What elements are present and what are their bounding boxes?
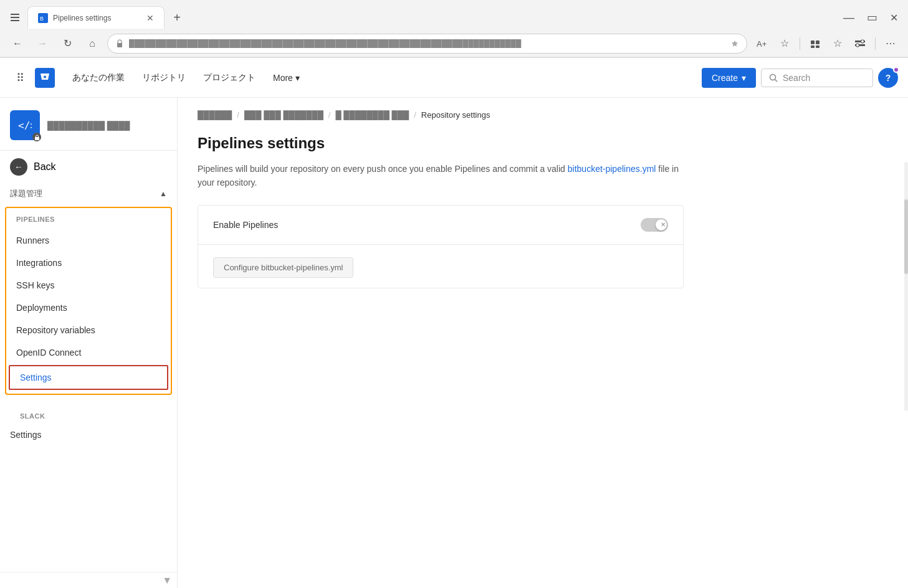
repositories-nav[interactable]: リポジトリ — [135, 67, 193, 88]
description-link[interactable]: bitbucket-pipelines.yml — [568, 164, 656, 174]
svg-rect-17 — [35, 137, 39, 140]
back-circle-icon: ← — [10, 158, 27, 176]
create-button[interactable]: Create ▾ — [702, 68, 756, 88]
deployments-label: Deployments — [16, 303, 67, 313]
svg-rect-2 — [11, 20, 19, 21]
sidebar-item-integrations[interactable]: Integrations — [6, 252, 171, 274]
svg-rect-7 — [816, 40, 820, 44]
create-chevron-icon: ▾ — [742, 73, 746, 83]
svg-line-15 — [775, 79, 778, 82]
sidebar-item-repo-variables[interactable]: Repository variables — [6, 319, 171, 341]
address-bar[interactable]: ████████████████████████████████████████… — [107, 34, 747, 54]
sidebar-item-settings[interactable]: Settings — [9, 365, 168, 390]
favorites-bar-icon[interactable]: ☆ — [828, 34, 848, 54]
enable-pipelines-toggle[interactable]: ✕ — [641, 218, 668, 232]
openid-label: OpenID Connect — [16, 348, 81, 358]
toggle-track[interactable]: ✕ — [641, 218, 668, 232]
grid-menu-icon[interactable]: ⠿ — [10, 68, 30, 88]
restore-button[interactable]: ▭ — [862, 8, 882, 27]
breadcrumb-part2: ███ ███ ███████ — [244, 110, 323, 120]
enable-pipelines-label: Enable Pipelines — [213, 220, 278, 230]
tab-title: Pipelines settings — [53, 14, 141, 22]
active-tab[interactable]: B Pipelines settings ✕ — [27, 6, 165, 29]
enable-pipelines-row: Enable Pipelines ✕ — [198, 206, 683, 245]
svg-point-12 — [861, 40, 864, 43]
breadcrumb-part1: ██████ — [198, 110, 232, 120]
close-browser-button[interactable]: ✕ — [885, 9, 903, 26]
sidebar-toggle[interactable] — [5, 7, 25, 27]
minimize-button[interactable]: — — [838, 9, 859, 27]
my-work-nav[interactable]: あなたの作業 — [65, 67, 132, 88]
sidebar-item-slack-settings[interactable]: Settings — [0, 424, 177, 446]
reload-button[interactable]: ↻ — [57, 34, 77, 54]
repo-icon: </> — [10, 110, 40, 140]
slack-section-label: SLACK — [10, 407, 55, 422]
search-box[interactable]: Search — [761, 69, 873, 87]
projects-nav[interactable]: プロジェクト — [196, 67, 263, 88]
bitbucket-logo — [35, 68, 55, 88]
extensions-icon[interactable] — [805, 34, 825, 54]
svg-point-13 — [856, 44, 859, 47]
issues-label: 課題管理 — [10, 188, 42, 199]
ssh-keys-label: SSH keys — [16, 280, 54, 290]
more-nav[interactable]: More ▾ — [265, 68, 307, 88]
svg-rect-9 — [816, 45, 820, 48]
favorites-icon[interactable]: ☆ — [775, 34, 795, 54]
repo-variables-label: Repository variables — [16, 325, 95, 335]
tab-favicon: B — [38, 13, 48, 23]
breadcrumb-current: Repository settings — [421, 110, 490, 120]
forward-button[interactable]: → — [32, 34, 52, 54]
svg-text:B: B — [40, 16, 44, 21]
breadcrumb-sep2: / — [328, 110, 331, 120]
sidebar-item-runners[interactable]: Runners — [6, 229, 171, 252]
svg-rect-8 — [811, 45, 815, 48]
svg-rect-6 — [811, 40, 815, 44]
repo-name: ██████████ ████ — [47, 121, 130, 130]
sidebar-item-openid[interactable]: OpenID Connect — [6, 341, 171, 364]
create-label: Create — [712, 73, 738, 83]
sidebar-item-ssh-keys[interactable]: SSH keys — [6, 274, 171, 296]
breadcrumb-part3: █ ████████ ███ — [335, 110, 409, 120]
back-label: Back — [34, 161, 56, 173]
settings-label: Settings — [20, 372, 52, 382]
more-options-icon[interactable]: ⋯ — [881, 34, 901, 54]
pipelines-section-label: PIPELINES — [16, 216, 55, 223]
help-label: ? — [886, 73, 891, 83]
read-aloud-icon[interactable]: A+ — [752, 34, 772, 54]
breadcrumb: ██████ / ███ ███ ███████ / █ ████████ ██… — [178, 98, 908, 120]
repo-header: </> ██████████ ████ — [0, 98, 177, 151]
description-text1: Pipelines will build your repository on … — [198, 164, 565, 174]
slack-settings-label: Settings — [10, 430, 42, 440]
back-button[interactable]: ← Back — [0, 151, 177, 183]
notification-dot — [893, 67, 899, 73]
svg-text:</>: </> — [18, 120, 32, 131]
sidebar-item-deployments[interactable]: Deployments — [6, 296, 171, 319]
svg-point-14 — [770, 74, 776, 80]
svg-text:A+: A+ — [757, 39, 767, 49]
configure-button[interactable]: Configure bitbucket-pipelines.yml — [213, 257, 353, 278]
help-button[interactable]: ? — [878, 68, 898, 88]
svg-rect-0 — [11, 14, 19, 15]
breadcrumb-sep3: / — [414, 110, 416, 120]
scroll-down-icon[interactable]: ▼ — [0, 572, 177, 588]
settings-card: Enable Pipelines ✕ Configure bitbucket-p… — [198, 205, 684, 288]
svg-rect-1 — [11, 17, 19, 18]
tab-close-icon[interactable]: ✕ — [146, 13, 154, 23]
breadcrumb-sep1: / — [237, 110, 239, 120]
address-text: ████████████████████████████████████████… — [129, 39, 725, 48]
home-button[interactable]: ⌂ — [82, 34, 102, 54]
integrations-label: Integrations — [16, 258, 62, 268]
more-label: More — [273, 73, 293, 83]
more-chevron-icon: ▾ — [295, 73, 300, 83]
page-description: Pipelines will build your repository on … — [198, 162, 684, 190]
back-button[interactable]: ← — [7, 34, 27, 54]
search-placeholder: Search — [783, 73, 810, 83]
runners-label: Runners — [16, 235, 49, 245]
new-tab-button[interactable]: + — [167, 7, 187, 27]
toggle-x-icon: ✕ — [661, 221, 666, 228]
profile-icon[interactable] — [850, 34, 870, 54]
chevron-up-icon: ▲ — [160, 189, 167, 198]
svg-rect-4 — [117, 43, 122, 47]
page-title: Pipelines settings — [198, 135, 888, 152]
configure-row: Configure bitbucket-pipelines.yml — [198, 245, 683, 288]
